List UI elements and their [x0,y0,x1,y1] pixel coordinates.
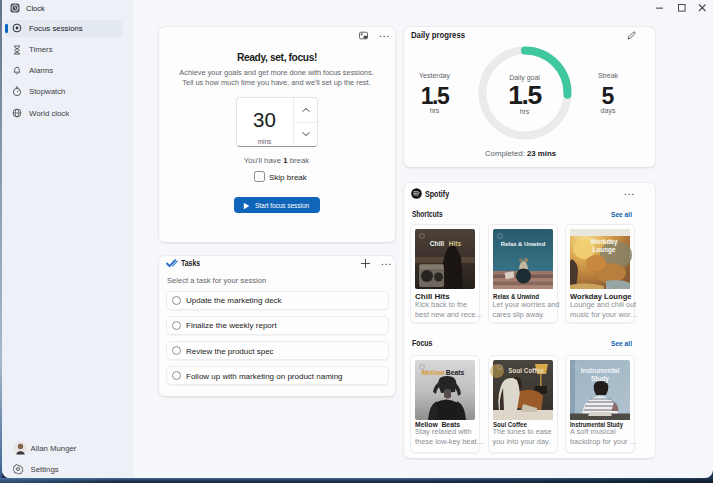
svg-text:Study: Study [591,374,609,382]
svg-text:Instrumental: Instrumental [581,366,620,373]
svg-text:Beats: Beats [446,369,465,376]
svg-text:Relax & Unwind: Relax & Unwind [500,241,545,247]
svg-text:Chill: Chill [430,240,444,247]
svg-text:Soul Coffee: Soul Coffee [508,367,544,374]
svg-text:Mellow: Mellow [422,369,445,376]
svg-text:Lounge: Lounge [592,245,616,253]
svg-text:Hits: Hits [449,240,462,247]
